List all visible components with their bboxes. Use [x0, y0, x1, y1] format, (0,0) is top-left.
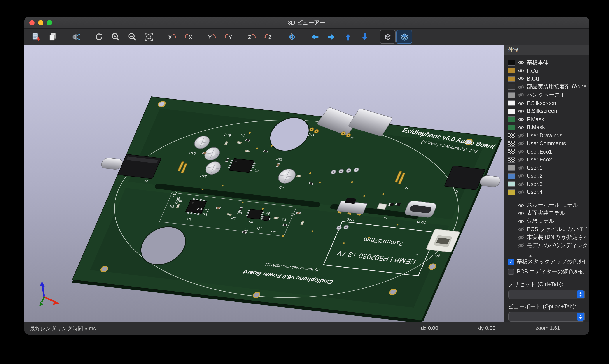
layer-color-swatch[interactable] [508, 92, 515, 98]
layer-color-swatch[interactable] [508, 84, 515, 90]
layer-color-swatch[interactable] [508, 181, 515, 187]
move-left-button[interactable] [307, 30, 323, 44]
layer-row-user-comments[interactable]: User.Comments [508, 140, 587, 148]
visibility-eye-icon[interactable] [518, 157, 525, 163]
visibility-eye-icon[interactable] [518, 76, 525, 82]
visibility-eye-icon[interactable] [518, 60, 525, 65]
visibility-eye-icon[interactable] [518, 109, 525, 114]
zoom-in-button[interactable] [108, 30, 123, 44]
visibility-eye-icon[interactable] [518, 235, 525, 240]
layer-row-f-mask[interactable]: F.Mask [508, 115, 587, 123]
model-row-not-in-pos[interactable]: POS ファイルにないモデル [508, 225, 587, 234]
layer-row-b-mask[interactable]: B.Mask [508, 123, 587, 131]
layer-label: F.Silkscreen [527, 100, 556, 106]
rotate-z-clockwise-button[interactable]: Z [244, 30, 259, 44]
close-button[interactable] [29, 20, 35, 25]
move-right-button[interactable] [323, 30, 339, 44]
layer-row-user-drawings[interactable]: User.Drawings [508, 131, 587, 140]
layer-color-swatch[interactable] [508, 60, 515, 66]
visibility-eye-icon[interactable] [518, 190, 525, 195]
layer-color-swatch[interactable] [508, 108, 515, 114]
visibility-eye-icon[interactable] [518, 68, 525, 74]
preset-combobox[interactable] [508, 290, 585, 299]
rotate-y-counterclockwise-button[interactable]: Y [220, 30, 236, 44]
model-row-bounding-boxes[interactable]: モデルのバウンディングボックス [508, 242, 587, 250]
visibility-eye-icon[interactable] [518, 92, 525, 98]
layer-row-user3[interactable]: User.3 [508, 180, 587, 188]
layer-row-board-body[interactable]: 基板本体 [508, 59, 587, 67]
model-row-dnp[interactable]: 未実装 (DNP) が指定されたモデル [508, 234, 587, 242]
copy-image-button[interactable] [45, 30, 60, 44]
layer-row-user-eco1[interactable]: User.Eco1 [508, 148, 587, 156]
layer-row-b-silkscreen[interactable]: B.Silkscreen [508, 107, 587, 115]
layer-row-bcu[interactable]: B.Cu [508, 75, 587, 83]
visibility-eye-icon[interactable] [518, 227, 525, 232]
use-board-stackup-colors-checkbox[interactable]: 基板スタックアップの色を使用 [505, 257, 589, 267]
visibility-eye-icon[interactable] [518, 149, 525, 155]
layer-row-user-eco2[interactable]: User.Eco2 [508, 156, 587, 164]
rotate-x-counterclockwise-button[interactable]: X [181, 30, 196, 44]
layer-row-adhesive[interactable]: 部品実装用接着剤 (Adhesive) [508, 83, 587, 91]
dx-status: dx 0.00 [421, 325, 438, 331]
model-row-virtual[interactable]: 仮想モデル [508, 217, 587, 225]
visibility-eye-icon[interactable] [518, 141, 525, 146]
layer-color-swatch[interactable] [508, 117, 515, 122]
render-raytracing-button[interactable] [68, 30, 84, 44]
move-up-button[interactable] [340, 30, 356, 44]
visibility-eye-icon[interactable] [518, 133, 525, 138]
layer-row-user1[interactable]: User.1 [508, 164, 587, 172]
model-row-through-hole[interactable]: スルーホール モデル [508, 201, 587, 209]
layer-color-swatch[interactable] [508, 141, 515, 147]
layer-color-swatch[interactable] [508, 165, 515, 171]
visibility-eye-icon[interactable] [518, 173, 525, 179]
rotate-x-clockwise-button[interactable]: X [164, 30, 180, 44]
visibility-eye-icon[interactable] [518, 84, 525, 90]
viewport-combobox[interactable] [508, 312, 585, 322]
layer-color-swatch[interactable] [508, 157, 515, 163]
layer-label: User.Eco2 [527, 157, 552, 163]
titlebar[interactable]: 3D ビューアー [25, 17, 589, 29]
visibility-eye-icon[interactable] [518, 219, 525, 224]
move-down-button[interactable] [357, 30, 372, 44]
model-row-values[interactable]: 値 [508, 254, 587, 257]
layer-color-swatch[interactable] [508, 189, 515, 195]
visibility-eye-icon[interactable] [518, 203, 525, 208]
visibility-eye-icon[interactable] [518, 101, 525, 106]
3d-viewport[interactable]: Exidiophone v6.0 Audio Board (c) Tomoya … [25, 45, 504, 322]
zoom-out-button[interactable] [124, 30, 140, 44]
layer-row-user2[interactable]: User.2 [508, 172, 587, 180]
svg-text:Z: Z [268, 34, 271, 40]
orthographic-projection-button[interactable] [380, 30, 396, 44]
3d-scene-canvas[interactable]: Exidiophone v6.0 Audio Board (c) Tomoya … [25, 45, 504, 322]
layer-row-f-silkscreen[interactable]: F.Silkscreen [508, 99, 587, 107]
rotate-z-counterclockwise-button[interactable]: Z [260, 30, 276, 44]
show-appearance-panel-button[interactable] [396, 30, 412, 44]
layer-row-solder-paste[interactable]: ハンダペースト [508, 91, 587, 99]
visibility-eye-icon[interactable] [518, 243, 525, 248]
layer-row-fcu[interactable]: F.Cu [508, 67, 587, 75]
layer-color-swatch[interactable] [508, 76, 515, 82]
visibility-eye-icon[interactable] [518, 182, 525, 187]
use-pcb-editor-copper-colors-checkbox[interactable]: PCB エディターの銅色を使用 [505, 267, 589, 277]
visibility-eye-icon[interactable] [518, 211, 525, 216]
layer-color-swatch[interactable] [508, 68, 515, 74]
zoom-window-button[interactable] [47, 20, 52, 25]
layer-color-swatch[interactable] [508, 149, 515, 155]
visibility-eye-icon[interactable] [518, 117, 525, 122]
zoom-to-fit-button[interactable] [141, 30, 157, 44]
layer-color-swatch[interactable] [508, 133, 515, 139]
rotate-y-clockwise-button[interactable]: Y [204, 30, 220, 44]
model-row-smd[interactable]: 表面実装モデル [508, 209, 587, 217]
svg-text:Y: Y [228, 34, 232, 40]
layer-row-user4[interactable]: User.4 [508, 188, 587, 196]
redraw-button[interactable] [91, 30, 107, 44]
visibility-eye-icon[interactable] [518, 125, 525, 130]
window-title: 3D ビューアー [25, 19, 589, 26]
minimize-button[interactable] [38, 20, 43, 25]
layer-color-swatch[interactable] [508, 125, 515, 130]
layer-color-swatch[interactable] [508, 173, 515, 179]
reload-board-button[interactable] [28, 30, 44, 44]
visibility-eye-icon[interactable] [518, 165, 525, 171]
layer-color-swatch[interactable] [508, 100, 515, 106]
flip-board-button[interactable] [284, 30, 299, 44]
